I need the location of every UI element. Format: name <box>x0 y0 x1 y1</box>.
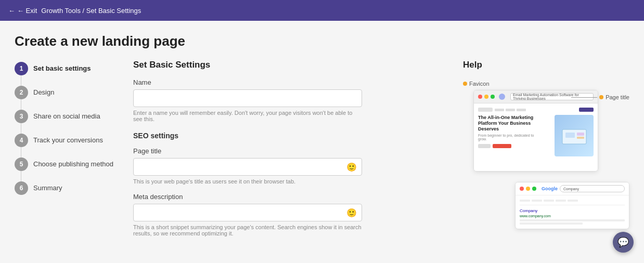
bc-btn-1 <box>478 144 491 148</box>
google-bar: Google Company <box>516 182 629 195</box>
google-content: Company www.company.com <box>516 195 629 229</box>
google-result-line <box>520 219 625 221</box>
page-title-annotation-label: Page title <box>606 94 629 100</box>
bc-btn-2 <box>493 144 511 148</box>
step-5-circle: 5 <box>15 157 28 171</box>
breadcrumb-current: Set Basic Settings <box>86 7 141 15</box>
browser-mockup-main: Email Marketing Automation Software for … <box>473 90 598 172</box>
step-2-label: Design <box>33 86 54 97</box>
page-title-hint: This is your web page's title as users s… <box>133 178 362 185</box>
bc-hero-text: The All-in-One Marketing Platform Your B… <box>478 115 542 148</box>
page-title-input-wrapper: 🙂 <box>133 158 362 176</box>
meta-desc-field-group: Meta description 🙂 This is a short snipp… <box>133 193 448 236</box>
help-title: Help <box>463 60 629 70</box>
favicon-icon <box>499 94 505 100</box>
chat-fab-button[interactable]: 💬 <box>613 232 634 253</box>
bc-nav-link <box>506 109 515 111</box>
step-5-label: Choose publishing method <box>33 157 113 169</box>
step-4-label: Track your conversions <box>33 134 103 145</box>
page-title: Create a new landing page <box>15 33 629 49</box>
close-dot <box>478 95 482 99</box>
page-container: Create a new landing page 1 Set basic se… <box>0 21 644 257</box>
meta-desc-input[interactable] <box>133 204 362 221</box>
chat-icon: 💬 <box>617 236 629 248</box>
google-tab <box>556 200 566 202</box>
name-field-hint: Enter a name you will remember easily. D… <box>133 110 362 122</box>
page-title-field-group: Page title 🙂 This is your web page's tit… <box>133 147 448 185</box>
breadcrumb: Growth Tools / Set Basic Settings <box>41 7 141 15</box>
favicon-annotation: Favicon <box>463 81 490 87</box>
seo-section-label: SEO settings <box>133 132 448 140</box>
google-tab <box>532 200 542 202</box>
exit-arrow-icon: ← <box>8 7 15 15</box>
annotation-line <box>571 97 597 98</box>
step-3-item[interactable]: 3 Share on social media <box>15 110 119 123</box>
step-3-circle: 3 <box>15 110 28 123</box>
bc-hero-image <box>555 115 594 156</box>
breadcrumb-parent[interactable]: Growth Tools <box>41 7 81 15</box>
google-tab <box>544 200 554 202</box>
meta-desc-hint: This is a short snippet summarizing your… <box>133 224 362 236</box>
svg-rect-3 <box>577 137 584 139</box>
name-field-label: Name <box>133 78 448 86</box>
bc-hero-sub: From beginner to pro, dedicated to grow. <box>478 134 542 141</box>
emoji-icon-meta-desc[interactable]: 🙂 <box>346 208 357 218</box>
google-search-company: Company <box>563 187 579 191</box>
emoji-icon-page-title[interactable]: 🙂 <box>346 162 357 172</box>
meta-desc-input-wrapper: 🙂 <box>133 204 362 221</box>
step-2-circle: 2 <box>15 86 28 99</box>
google-result-url: www.company.com <box>520 214 625 218</box>
step-6-label: Summary <box>33 181 62 193</box>
exit-label[interactable]: ← Exit <box>17 7 37 15</box>
step-5-item[interactable]: 5 Choose publishing method <box>15 157 119 171</box>
google-divider <box>520 205 625 205</box>
minimize-dot <box>484 95 488 99</box>
step-4-item[interactable]: 4 Track your conversions <box>15 134 119 147</box>
bc-buttons <box>478 144 542 148</box>
breadcrumb-separator: / <box>83 7 86 15</box>
meta-desc-field-label: Meta description <box>133 193 448 201</box>
google-tab <box>520 200 530 202</box>
page-title-field-label: Page title <box>133 147 448 155</box>
step-4-circle: 4 <box>15 134 28 147</box>
main-layout: 1 Set basic settings 2 Design 3 Share on… <box>15 60 629 245</box>
step-1-label: Set basic settings <box>33 62 91 73</box>
svg-rect-1 <box>565 133 575 138</box>
steps-sidebar: 1 Set basic settings 2 Design 3 Share on… <box>15 60 119 245</box>
step-2-item[interactable]: 2 Design <box>15 86 119 99</box>
step-3-label: Share on social media <box>33 110 100 121</box>
browser-content: The All-in-One Marketing Platform Your B… <box>474 103 598 171</box>
exit-button[interactable]: ← ← Exit <box>8 7 37 15</box>
bc-hero-title: The All-in-One Marketing Platform Your B… <box>478 115 542 132</box>
favicon-label: Favicon <box>469 81 490 87</box>
page-title-dot <box>599 95 603 99</box>
bc-hero: The All-in-One Marketing Platform Your B… <box>478 115 594 156</box>
bc-nav <box>478 108 594 112</box>
favicon-dot <box>463 82 467 86</box>
name-field-group: Name Enter a name you will remember easi… <box>133 78 448 122</box>
bc-nav-link <box>517 109 526 111</box>
google-search-bar: Company <box>560 185 625 192</box>
google-result-line <box>520 222 583 225</box>
browser-content-inner: The All-in-One Marketing Platform Your B… <box>478 108 594 156</box>
content-header: Set Basic Settings <box>133 60 448 70</box>
google-result-lines <box>520 219 625 225</box>
help-panel: Help Favicon Email Marketing Autom <box>463 60 629 245</box>
step-6-item[interactable]: 6 Summary <box>15 181 119 195</box>
page-title-annotation: Page title <box>571 94 629 100</box>
g-close-dot <box>520 187 524 191</box>
name-input[interactable] <box>133 89 362 107</box>
bc-nav-link <box>495 109 504 111</box>
expand-dot <box>491 95 495 99</box>
step-1-item[interactable]: 1 Set basic settings <box>15 62 119 75</box>
google-logo: Google <box>542 186 558 191</box>
bc-nav-links <box>495 109 526 111</box>
step-1-circle: 1 <box>15 62 28 75</box>
bc-cta-btn <box>579 108 594 112</box>
g-expand-dot <box>532 187 536 191</box>
help-illustration: Favicon Email Marketing Automation Softw… <box>463 78 629 224</box>
bc-hero-svg <box>561 125 587 146</box>
page-title-input[interactable] <box>133 158 362 176</box>
google-result-title: Company <box>520 208 625 213</box>
google-tabs <box>520 200 625 202</box>
